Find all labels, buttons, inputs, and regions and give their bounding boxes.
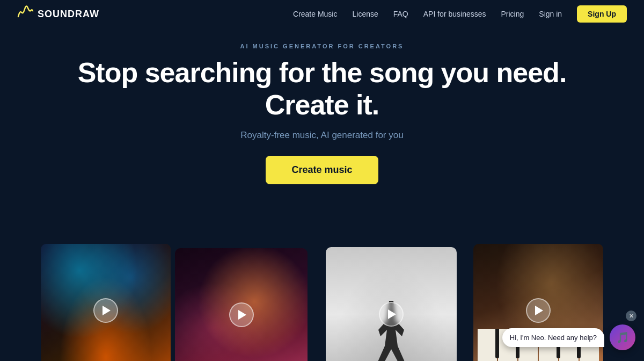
chat-close-button[interactable]: ✕ [626,311,636,321]
chat-avatar[interactable]: 🎵 ✕ [610,324,635,350]
hero-content: AI MUSIC GENERATOR FOR CREATORS Stop sea… [0,28,644,195]
tagline: AI MUSIC GENERATOR FOR CREATORS [0,43,644,49]
card-disco [175,248,308,361]
nav-create-music[interactable]: Create Music [293,10,337,18]
nav-license[interactable]: License [352,10,378,18]
signup-button[interactable]: Sign Up [577,5,627,23]
play-disco-button[interactable] [229,302,254,327]
signin-button[interactable]: Sign in [539,10,562,18]
close-icon: ✕ [629,313,634,320]
hero-section: AI MUSIC GENERATOR FOR CREATORS Stop sea… [0,28,644,361]
logo-icon [17,5,33,24]
navbar: SOUNDRAW Create Music License FAQ API fo… [0,0,644,28]
create-music-button[interactable]: Create music [266,156,378,184]
hero-subtitle: Royalty-free music, AI generated for you [0,130,644,141]
nav-pricing[interactable]: Pricing [501,10,524,18]
hero-title-line2: Create it. [265,89,379,120]
nav-faq[interactable]: FAQ [393,10,408,18]
chat-bubble: Hi, I'm Neo. Need any help? 🎵 ✕ [502,324,635,350]
logo-text: SOUNDRAW [38,9,99,20]
hero-title-line1: Stop searching for the song you need. [78,57,567,88]
card-dancer [326,247,457,361]
hero-title: Stop searching for the song you need. Cr… [0,57,644,121]
nav-api[interactable]: API for businesses [423,10,486,18]
nav-links: Create Music License FAQ API for busines… [293,5,627,23]
play-concert-button[interactable] [93,298,118,323]
play-dancer-button[interactable] [379,302,404,327]
logo[interactable]: SOUNDRAW [17,5,99,24]
play-piano-button[interactable] [526,298,551,323]
chat-avatar-icon: 🎵 [616,331,630,344]
card-concert [41,244,171,361]
chat-message: Hi, I'm Neo. Need any help? [502,328,604,347]
